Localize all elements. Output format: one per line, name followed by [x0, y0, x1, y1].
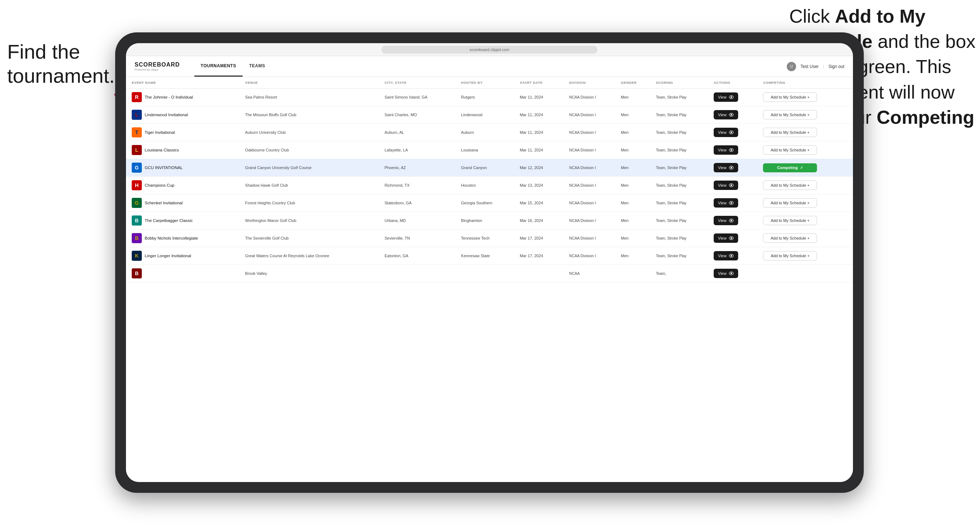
venue-cell: The Missouri Bluffs Golf Club	[242, 106, 381, 124]
view-button[interactable]: View	[714, 181, 738, 190]
competing-cell: Add to My Schedule +	[759, 141, 853, 159]
actions-cell: View	[710, 124, 759, 141]
city-state-cell: Statesboro, GA	[381, 194, 457, 212]
add-schedule-label: Add to My Schedule +	[770, 236, 810, 240]
view-button[interactable]: View	[714, 128, 738, 137]
user-name: Test User	[800, 64, 819, 69]
scoring-cell: Team, Stroke Play	[652, 194, 710, 212]
venue-cell: Grand Canyon University Golf Course	[242, 159, 381, 177]
team-logo: B	[132, 268, 142, 278]
actions-cell: View	[710, 194, 759, 212]
url-bar[interactable]: scoreboard.clippd.com	[382, 46, 597, 54]
header-right: U Test User | Sign out	[787, 62, 844, 71]
start-date-cell: Mar 17, 2024	[516, 247, 565, 265]
app-container: SCOREBOARD Powered by clippd TOURNAMENTS…	[126, 56, 853, 482]
venue-cell: Worthington Manor Golf Club	[242, 212, 381, 230]
eye-icon	[729, 253, 734, 258]
hosted-by-cell: Kennesaw State	[457, 247, 516, 265]
table-row: B Brook ValleyNCAATeam, View	[126, 265, 853, 283]
competing-cell: Add to My Schedule +	[759, 89, 853, 106]
view-button[interactable]: View	[714, 163, 738, 172]
division-cell: NCAA Division I	[566, 124, 617, 141]
view-button[interactable]: View	[714, 269, 738, 278]
city-state-cell: Lafayette, LA	[381, 141, 457, 159]
view-button[interactable]: View	[714, 251, 738, 260]
add-to-schedule-button[interactable]: Add to My Schedule +	[763, 92, 817, 102]
add-schedule-label: Add to My Schedule +	[770, 148, 810, 152]
signout-link[interactable]: Sign out	[829, 64, 844, 69]
competing-cell: Add to My Schedule +	[759, 212, 853, 230]
venue-cell: Sea Palms Resort	[242, 89, 381, 106]
col-start-date: START DATE	[516, 77, 565, 89]
col-city-state: CITY, STATE	[381, 77, 457, 89]
view-button[interactable]: View	[714, 216, 738, 225]
tournaments-table: EVENT NAME VENUE CITY, STATE HOSTED BY S…	[126, 77, 853, 283]
competing-button[interactable]: Competing ✓	[763, 163, 817, 172]
svg-point-19	[730, 237, 732, 239]
gender-cell: Men	[617, 212, 652, 230]
city-state-cell: Eatonton, GA	[381, 247, 457, 265]
team-logo: L	[132, 110, 142, 120]
add-to-schedule-button[interactable]: Add to My Schedule +	[763, 128, 817, 137]
view-button[interactable]: View	[714, 92, 738, 102]
city-state-cell: Richmond, TX	[381, 177, 457, 194]
event-name-text: Bobby Nichols Intercollegiate	[145, 236, 198, 240]
table-row: R The Johnnie - O Individual Sea Palms R…	[126, 89, 853, 106]
hosted-by-cell: Louisiana	[457, 141, 516, 159]
division-cell: NCAA Division I	[566, 159, 617, 177]
table-container[interactable]: EVENT NAME VENUE CITY, STATE HOSTED BY S…	[126, 77, 853, 482]
venue-cell: Shadow Hawk Golf Club	[242, 177, 381, 194]
table-row: H Champions Cup Shadow Hawk Golf ClubRic…	[126, 177, 853, 194]
actions-cell: View	[710, 212, 759, 230]
actions-cell: View	[710, 230, 759, 247]
tab-tournaments[interactable]: TOURNAMENTS	[194, 56, 243, 77]
eye-icon	[729, 200, 734, 205]
event-name-cell-8: B Bobby Nichols Intercollegiate	[126, 230, 242, 247]
team-logo: B	[132, 216, 142, 225]
event-name-cell-10: B	[126, 265, 242, 283]
actions-cell: View	[710, 106, 759, 124]
event-name-cell-0: R The Johnnie - O Individual	[126, 89, 242, 106]
gender-cell: Men	[617, 247, 652, 265]
add-to-schedule-button[interactable]: Add to My Schedule +	[763, 198, 817, 208]
add-to-schedule-button[interactable]: Add to My Schedule +	[763, 145, 817, 155]
nav-tabs: TOURNAMENTS TEAMS	[194, 56, 272, 77]
event-name-cell-3: L Louisiana Classics	[126, 141, 242, 159]
add-schedule-label: Add to My Schedule +	[770, 218, 810, 223]
start-date-cell: Mar 17, 2024	[516, 230, 565, 247]
hosted-by-cell: Tennessee Tech	[457, 230, 516, 247]
eye-icon	[729, 218, 734, 223]
add-to-schedule-button[interactable]: Add to My Schedule +	[763, 181, 817, 190]
view-button[interactable]: View	[714, 233, 738, 243]
view-button[interactable]: View	[714, 145, 738, 155]
table-row: B The Carpetbagger Classic Worthington M…	[126, 212, 853, 230]
event-name-text: The Carpetbagger Classic	[145, 218, 193, 223]
col-division: DIVISION	[566, 77, 617, 89]
venue-cell: Forest Heights Country Club	[242, 194, 381, 212]
add-to-schedule-button[interactable]: Add to My Schedule +	[763, 216, 817, 225]
add-to-schedule-button[interactable]: Add to My Schedule +	[763, 233, 817, 243]
division-cell: NCAA Division I	[566, 141, 617, 159]
event-name-text: Louisiana Classics	[145, 148, 179, 152]
eye-icon	[729, 148, 734, 152]
gender-cell: Men	[617, 141, 652, 159]
gender-cell: Men	[617, 230, 652, 247]
event-name-cell-7: B The Carpetbagger Classic	[126, 212, 242, 230]
annotation-left-line1: Find the	[7, 40, 80, 63]
tab-teams[interactable]: TEAMS	[243, 56, 272, 77]
start-date-cell	[516, 265, 565, 283]
add-to-schedule-button[interactable]: Add to My Schedule +	[763, 110, 817, 119]
gender-cell: Men	[617, 106, 652, 124]
division-cell: NCAA Division I	[566, 212, 617, 230]
user-avatar: U	[787, 62, 796, 71]
view-button[interactable]: View	[714, 110, 738, 119]
start-date-cell: Mar 13, 2024	[516, 177, 565, 194]
start-date-cell: Mar 15, 2024	[516, 194, 565, 212]
col-event-name: EVENT NAME	[126, 77, 242, 89]
event-name-text: Linger Longer Invitational	[145, 254, 191, 258]
add-to-schedule-button[interactable]: Add to My Schedule +	[763, 251, 817, 260]
view-button[interactable]: View	[714, 198, 738, 208]
table-row: K Linger Longer Invitational Great Water…	[126, 247, 853, 265]
svg-point-13	[730, 184, 732, 186]
competing-cell: Competing ✓	[759, 159, 853, 177]
